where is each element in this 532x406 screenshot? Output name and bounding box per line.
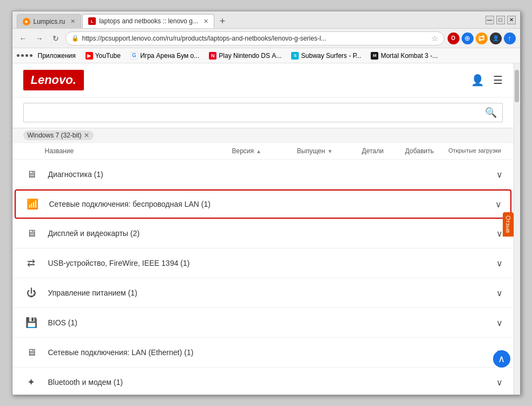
driver-icon: 🖥 bbox=[23, 225, 40, 241]
col-add: Добавить bbox=[405, 147, 449, 155]
driver-icon: ⏻ bbox=[23, 285, 40, 301]
bookmark-subway-label: Subway Surfers - Р... bbox=[301, 52, 361, 60]
bookmark-youtube[interactable]: ▶ YouTube bbox=[82, 51, 124, 61]
bookmark-youtube-label: YouTube bbox=[95, 52, 121, 60]
feedback-tab[interactable]: Отзыв bbox=[503, 212, 514, 236]
driver-row[interactable]: 🖥Сетевые подключения: LAN (Ethernet) (1)… bbox=[12, 338, 514, 368]
new-tab-button[interactable]: + bbox=[215, 14, 229, 28]
os-chip[interactable]: Windows 7 (32-bit) ✕ bbox=[23, 130, 94, 140]
driver-name: Дисплей и видеокарты (2) bbox=[48, 229, 488, 238]
opera-icon[interactable]: O bbox=[448, 32, 459, 44]
search-input[interactable] bbox=[29, 108, 485, 117]
chevron-down-icon: ∨ bbox=[496, 377, 503, 388]
extension-icon-2[interactable]: 🔁 bbox=[476, 32, 488, 44]
tab-label-lenovo: laptops and netbooks :: lenovo g... bbox=[99, 17, 198, 25]
scroll-top-button[interactable]: ∧ bbox=[493, 350, 510, 368]
window-controls: — □ ✕ bbox=[485, 16, 516, 24]
os-filter: Windows 7 (32-bit) ✕ bbox=[12, 128, 514, 143]
tab-lenovo[interactable]: L laptops and netbooks :: lenovo g... ✕ bbox=[82, 14, 214, 28]
tab-label-lumpics: Lumpics.ru bbox=[34, 18, 65, 25]
tab-lumpics[interactable]: ● Lumpics.ru ✕ bbox=[17, 14, 82, 28]
driver-list: 🖥Диагностика (1)∨📶Сетевые подключения: б… bbox=[12, 160, 514, 395]
driver-name: Bluetooth и модем (1) bbox=[48, 378, 488, 387]
chevron-down-icon: ∨ bbox=[496, 228, 503, 239]
driver-row[interactable]: ⏻Управление питанием (1)∨ bbox=[12, 278, 514, 308]
header-icons: 👤 ☰ bbox=[471, 74, 503, 87]
subway-favicon: S bbox=[291, 52, 299, 60]
title-bar: ● Lumpics.ru ✕ L laptops and netbooks ::… bbox=[12, 11, 520, 29]
col-name: Название bbox=[45, 147, 232, 155]
driver-name: BIOS (1) bbox=[48, 318, 488, 327]
forward-button[interactable]: → bbox=[33, 32, 46, 45]
driver-name: Диагностика (1) bbox=[48, 170, 488, 179]
extension-icon-3[interactable]: 👤 bbox=[490, 32, 502, 44]
url-bar[interactable]: 🔒 https://pcsupport.lenovo.com/ru/ru/pro… bbox=[65, 31, 444, 45]
search-icon[interactable]: 🔍 bbox=[485, 107, 497, 119]
driver-row[interactable]: 🖥Дисплей и видеокарты (2)∨ bbox=[12, 219, 514, 248]
close-button[interactable]: ✕ bbox=[507, 16, 516, 24]
chevron-down-icon: ∨ bbox=[496, 318, 503, 328]
os-chip-close[interactable]: ✕ bbox=[84, 132, 89, 139]
youtube-favicon: ▶ bbox=[86, 52, 93, 60]
extension-icon-1[interactable]: ⊕ bbox=[462, 32, 474, 44]
driver-row[interactable]: 💾BIOS (1)∨ bbox=[12, 308, 514, 338]
apps-label: Приложения bbox=[38, 52, 76, 60]
table-header: Название Версия ▲ Выпущен ▼ Детали Добав… bbox=[12, 143, 514, 160]
driver-name: Управление питанием (1) bbox=[48, 289, 488, 297]
driver-row[interactable]: ⇄USB-устройство, FireWire, IEEE 1394 (1)… bbox=[12, 248, 514, 278]
search-input-wrap: 🔍 bbox=[23, 103, 503, 122]
chevron-down-icon: ∨ bbox=[496, 258, 503, 269]
apps-button[interactable] bbox=[17, 54, 32, 57]
driver-name: Сетевые подключения: LAN (Ethernet) (1) bbox=[48, 348, 488, 357]
chevron-down-icon: ∨ bbox=[496, 169, 503, 180]
user-icon[interactable]: 👤 bbox=[471, 74, 484, 87]
bookmark-nintendo[interactable]: N Play Nintendo DS А... bbox=[206, 51, 285, 61]
tab-close-lumpics[interactable]: ✕ bbox=[70, 18, 75, 25]
bookmark-mk[interactable]: M Mortal Kombat 3 -... bbox=[367, 51, 441, 61]
extension-icon-4[interactable]: ↑ bbox=[504, 32, 516, 44]
minimize-button[interactable]: — bbox=[485, 16, 494, 24]
bookmark-subway[interactable]: S Subway Surfers - Р... bbox=[288, 51, 364, 61]
driver-icon: 📶 bbox=[24, 196, 41, 212]
back-button[interactable]: ← bbox=[17, 32, 30, 45]
driver-icon: ✦ bbox=[23, 374, 40, 390]
driver-row[interactable]: 🖥Диагностика (1)∨ bbox=[12, 160, 514, 189]
driver-name: USB-устройство, FireWire, IEEE 1394 (1) bbox=[48, 259, 488, 267]
lenovo-header: Lenovo. 👤 ☰ bbox=[12, 63, 514, 97]
nintendo-favicon: N bbox=[209, 52, 216, 60]
col-released: Выпущен ▼ bbox=[297, 147, 362, 155]
driver-row[interactable]: ✦Bluetooth и модем (1)∨ bbox=[12, 368, 514, 395]
bookmark-igra[interactable]: G Игра Арена Бум о... bbox=[127, 51, 202, 61]
driver-row[interactable]: 📶Сетевые подключения: беспроводная LAN (… bbox=[15, 189, 511, 219]
bookmark-igra-label: Игра Арена Бум о... bbox=[140, 52, 199, 60]
driver-icon: ⇄ bbox=[23, 255, 40, 271]
search-section: 🔍 bbox=[12, 97, 514, 128]
mk-favicon: M bbox=[371, 52, 378, 60]
bookmark-mk-label: Mortal Kombat 3 -... bbox=[380, 52, 437, 60]
igra-favicon: G bbox=[130, 52, 138, 60]
lenovo-logo: Lenovo. bbox=[23, 70, 84, 90]
tab-close-lenovo[interactable]: ✕ bbox=[203, 18, 208, 25]
nav-bar: ← → ↻ 🔒 https://pcsupport.lenovo.com/ru/… bbox=[12, 29, 520, 48]
star-icon[interactable]: ☆ bbox=[431, 34, 438, 43]
main-content: Lenovo. 👤 ☰ 🔍 Windows 7 (32-bit) ✕ bbox=[12, 63, 514, 395]
col-details: Детали bbox=[362, 147, 405, 155]
maximize-button[interactable]: □ bbox=[496, 16, 505, 24]
url-text: https://pcsupport.lenovo.com/ru/ru/produ… bbox=[82, 35, 428, 42]
page-content: Lenovo. 👤 ☰ 🔍 Windows 7 (32-bit) ✕ bbox=[12, 63, 520, 395]
tab-favicon-lumpics: ● bbox=[23, 18, 30, 25]
driver-icon: 🖥 bbox=[23, 166, 40, 182]
chevron-down-icon: ∨ bbox=[495, 199, 502, 209]
menu-icon[interactable]: ☰ bbox=[493, 74, 503, 87]
refresh-button[interactable]: ↻ bbox=[49, 32, 62, 45]
col-open-downloads: Открытые загрузки bbox=[449, 147, 503, 154]
os-chip-label: Windows 7 (32-bit) bbox=[28, 132, 82, 139]
scrollbar[interactable] bbox=[514, 63, 520, 395]
bookmarks-bar: Приложения ▶ YouTube G Игра Арена Бум о.… bbox=[12, 48, 520, 63]
scrollbar-thumb[interactable] bbox=[515, 70, 519, 102]
tab-bar: ● Lumpics.ru ✕ L laptops and netbooks ::… bbox=[17, 11, 485, 28]
chevron-down-icon: ∨ bbox=[496, 288, 503, 298]
driver-icon: 🖥 bbox=[23, 344, 40, 361]
lock-icon: 🔒 bbox=[71, 35, 79, 42]
nav-icons: O ⊕ 🔁 👤 ↑ bbox=[448, 32, 516, 44]
